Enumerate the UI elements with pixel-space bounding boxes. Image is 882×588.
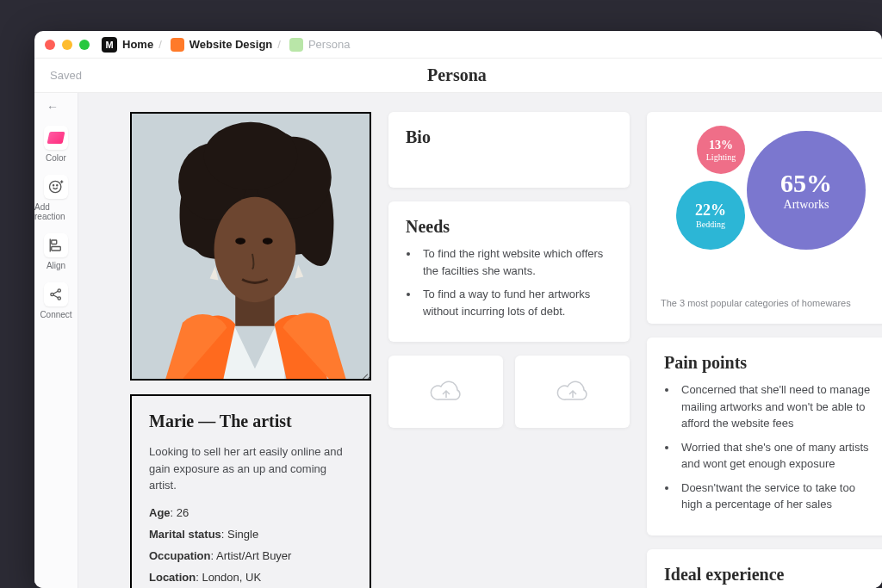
tool-color[interactable]: Color	[34, 126, 78, 163]
share-icon	[44, 282, 68, 306]
breadcrumb-project[interactable]: Website Design /	[171, 38, 281, 52]
cloud-upload-icon	[430, 379, 463, 405]
list-item: To find the right website which offers t…	[419, 245, 612, 279]
svg-point-6	[58, 289, 60, 292]
bio-heading: Bio	[406, 127, 612, 147]
page-header: Saved Persona	[34, 59, 882, 93]
breadcrumb-page-label: Persona	[308, 38, 350, 51]
needs-heading: Needs	[406, 217, 612, 237]
upload-slot[interactable]	[388, 356, 503, 428]
titlebar: M Home / Website Design / Persona	[34, 31, 882, 59]
svg-point-5	[51, 293, 53, 295]
svg-point-2	[57, 185, 58, 186]
persona-occupation: Occupation: Artist/Art Buyer	[149, 549, 352, 562]
svg-rect-4	[52, 247, 61, 251]
svg-point-7	[58, 297, 60, 300]
persona-photo[interactable]	[130, 112, 371, 381]
canvas[interactable]: Marie — The artist Looking to sell her a…	[78, 93, 882, 588]
upload-row	[388, 356, 630, 428]
breadcrumb-home-label: Home	[122, 38, 153, 51]
breadcrumb-separator: /	[158, 38, 162, 51]
tool-align[interactable]: Align	[34, 233, 78, 270]
page-title: Persona	[82, 65, 832, 85]
pain-heading: Pain points	[664, 353, 871, 373]
tool-sidebar: ← Color Add reaction Align	[34, 93, 78, 588]
smile-plus-icon	[44, 175, 68, 199]
workspace: ← Color Add reaction Align	[34, 93, 882, 588]
list-item: Doesn'twant the service to take too high…	[678, 480, 871, 513]
resize-handle-icon[interactable]	[361, 370, 370, 379]
app-window: M Home / Website Design / Persona Saved …	[34, 31, 882, 588]
svg-point-14	[263, 238, 273, 244]
list-item: Concerned that she'll need to manage mai…	[678, 381, 871, 432]
save-status: Saved	[50, 69, 82, 82]
categories-chart-card[interactable]: 13% Lighting 22% Bedding 65% Artworks Th…	[647, 112, 882, 324]
breadcrumb: M Home / Website Design / Persona	[102, 37, 350, 53]
minimize-window-button[interactable]	[62, 40, 72, 50]
app-logo-icon: M	[102, 37, 117, 53]
pain-list: Concerned that she'll need to manage mai…	[664, 381, 871, 513]
needs-list: To find the right website which offers t…	[406, 245, 612, 319]
tool-add-reaction[interactable]: Add reaction	[34, 175, 78, 221]
ideal-experience-card[interactable]: Ideal experience	[647, 549, 882, 589]
svg-point-1	[53, 185, 54, 186]
tool-color-label: Color	[46, 153, 66, 163]
list-item: To find a way to fund her artworks witho…	[419, 286, 612, 319]
persona-tagline: Looking to sell her art easily online an…	[149, 443, 352, 494]
persona-name: Marie — The artist	[149, 412, 352, 431]
needs-card[interactable]: Needs To find the right website which of…	[388, 201, 630, 342]
svg-point-0	[50, 181, 61, 192]
ideal-heading: Ideal experience	[664, 565, 871, 585]
align-icon	[44, 233, 68, 257]
bio-card[interactable]: Bio	[388, 112, 630, 188]
breadcrumb-separator: /	[277, 38, 281, 51]
close-window-button[interactable]	[45, 40, 55, 50]
breadcrumb-project-label: Website Design	[189, 38, 273, 51]
tool-reaction-label: Add reaction	[34, 202, 78, 221]
color-swatch-icon	[47, 132, 65, 144]
tool-connect[interactable]: Connect	[34, 282, 78, 319]
persona-location: Location: London, UK	[149, 571, 352, 584]
svg-rect-3	[52, 240, 57, 244]
svg-point-13	[235, 238, 245, 244]
tool-connect-label: Connect	[40, 310, 71, 319]
breadcrumb-page[interactable]: Persona	[289, 38, 350, 52]
bubble-lighting: 13% Lighting	[697, 126, 745, 174]
bubble-bedding: 22% Bedding	[676, 181, 745, 250]
page-color-icon	[289, 38, 303, 52]
project-color-icon	[171, 38, 184, 52]
cloud-upload-icon	[556, 379, 589, 405]
window-controls	[45, 40, 90, 50]
breadcrumb-home[interactable]: M Home /	[102, 37, 162, 53]
persona-details-card[interactable]: Marie — The artist Looking to sell her a…	[130, 394, 371, 588]
persona-age: Age: 26	[149, 506, 352, 519]
bubble-artworks: 65% Artworks	[747, 131, 866, 250]
svg-point-12	[214, 197, 296, 302]
bubble-chart: 13% Lighting 22% Bedding 65% Artworks	[661, 124, 874, 279]
persona-marital: Marital status: Single	[149, 528, 352, 541]
chart-caption: The 3 most popular categories of homewar…	[661, 298, 874, 308]
back-button[interactable]: ←	[47, 100, 59, 114]
upload-slot[interactable]	[515, 356, 630, 428]
tool-align-label: Align	[47, 261, 65, 270]
maximize-window-button[interactable]	[79, 40, 90, 50]
svg-point-11	[204, 122, 298, 190]
list-item: Worried that she's one of many artists a…	[678, 439, 871, 473]
pain-points-card[interactable]: Pain points Concerned that she'll need t…	[647, 337, 882, 535]
